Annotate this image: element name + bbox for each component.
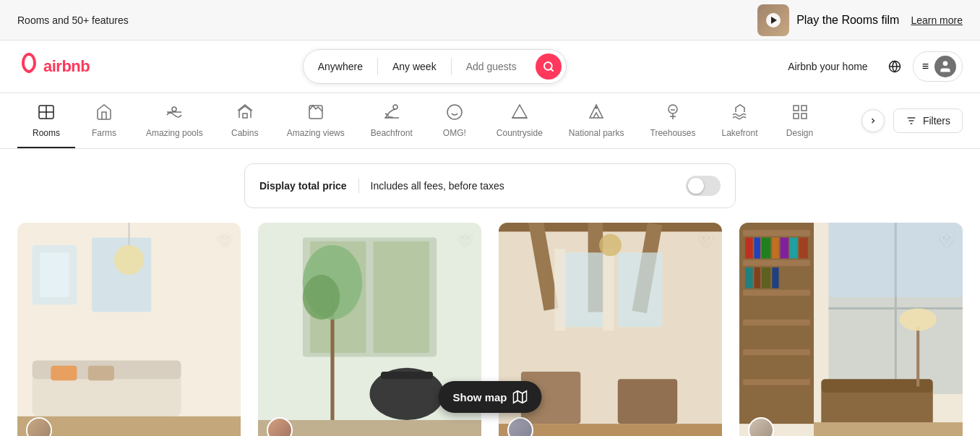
chevron-right-icon: [869, 116, 877, 125]
category-amazing-views[interactable]: Amazing views: [274, 93, 358, 148]
views-label: Amazing views: [287, 128, 345, 138]
omg-icon: [446, 103, 463, 125]
svg-rect-20: [801, 114, 807, 119]
svg-rect-30: [51, 366, 77, 381]
filters-button[interactable]: Filters: [893, 108, 963, 133]
svg-rect-73: [745, 268, 752, 288]
listing-photo-1: [17, 223, 241, 436]
svg-rect-17: [794, 106, 799, 111]
svg-rect-18: [801, 106, 807, 111]
date-search[interactable]: Any week: [378, 50, 451, 83]
countryside-icon: [511, 103, 528, 125]
show-map-button[interactable]: Show map: [438, 381, 541, 413]
nav-next-button[interactable]: [861, 109, 885, 132]
category-amazing-pools[interactable]: Amazing pools: [133, 93, 216, 148]
category-national-parks[interactable]: National parks: [556, 93, 637, 148]
listing-card-1[interactable]: ♡: [17, 223, 241, 436]
svg-point-41: [303, 275, 340, 320]
menu-icon: ≡: [922, 60, 929, 73]
price-toggle-switch[interactable]: [686, 176, 721, 196]
svg-point-57: [599, 234, 622, 256]
category-beachfront[interactable]: Beachfront: [358, 93, 426, 148]
learn-more-link[interactable]: Learn more: [911, 14, 963, 26]
countryside-label: Countryside: [497, 128, 543, 138]
national-parks-label: National parks: [569, 128, 624, 138]
svg-rect-63: [743, 320, 810, 325]
wishlist-button-3[interactable]: ♡: [699, 231, 713, 250]
language-button[interactable]: [882, 54, 907, 79]
play-rooms-button[interactable]: Play the Rooms film: [757, 4, 899, 36]
svg-rect-53: [603, 249, 614, 330]
svg-point-4: [943, 61, 948, 67]
svg-point-15: [669, 105, 677, 114]
svg-rect-71: [790, 238, 797, 259]
category-countryside[interactable]: Countryside: [483, 93, 556, 148]
category-design[interactable]: Design: [771, 93, 829, 148]
category-treehouses[interactable]: Treehouses: [637, 93, 709, 148]
listing-card-4[interactable]: ♡: [739, 223, 963, 436]
play-icon: [766, 13, 781, 27]
guests-search[interactable]: Add guests: [452, 50, 531, 83]
svg-rect-67: [755, 238, 760, 259]
svg-rect-38: [374, 241, 429, 354]
location-search[interactable]: Anywhere: [304, 50, 377, 83]
logo-text: airbnb: [43, 57, 90, 76]
category-cabins[interactable]: Cabins: [216, 93, 274, 148]
svg-point-10: [393, 105, 397, 109]
svg-rect-60: [743, 230, 810, 236]
svg-rect-43: [381, 372, 433, 379]
svg-rect-55: [618, 379, 677, 424]
svg-rect-26: [40, 252, 69, 297]
avatar: [934, 56, 956, 77]
search-button[interactable]: [536, 54, 562, 80]
svg-rect-75: [762, 268, 770, 288]
main-header: airbnb Anywhere Any week Add guests Airb…: [0, 40, 980, 93]
svg-point-33: [114, 245, 144, 275]
price-toggle-desc: Includes all fees, before taxes: [371, 180, 674, 192]
listing-image-1: [17, 223, 241, 436]
svg-rect-70: [781, 238, 788, 259]
omg-label: OMG!: [443, 128, 466, 138]
beachfront-label: Beachfront: [371, 128, 413, 138]
svg-rect-74: [755, 268, 760, 288]
price-toggle-bar: Display total price Includes all fees, b…: [244, 163, 736, 208]
svg-rect-51: [618, 252, 663, 327]
play-rooms-label: Play the Rooms film: [796, 14, 899, 27]
date-placeholder: Any week: [392, 61, 437, 72]
svg-rect-69: [772, 238, 778, 259]
design-icon: [791, 103, 809, 125]
toggle-track: [686, 176, 721, 196]
svg-rect-62: [743, 290, 810, 296]
guests-placeholder: Add guests: [466, 61, 517, 72]
globe-icon: [888, 60, 901, 73]
svg-rect-76: [772, 268, 778, 288]
cabins-label: Cabins: [231, 128, 258, 138]
svg-rect-72: [799, 238, 807, 259]
profile-menu-button[interactable]: ≡: [913, 51, 963, 82]
pools-label: Amazing pools: [146, 128, 203, 138]
svg-rect-65: [743, 379, 810, 385]
location-placeholder: Anywhere: [318, 61, 363, 72]
wishlist-button-4[interactable]: ♡: [940, 231, 954, 250]
farms-icon: [95, 103, 113, 125]
national-parks-icon: [588, 103, 605, 125]
category-omg[interactable]: OMG!: [426, 93, 483, 148]
svg-rect-66: [745, 238, 752, 259]
svg-rect-52: [554, 249, 565, 330]
wishlist-button-1[interactable]: ♡: [218, 231, 232, 250]
search-bar[interactable]: Anywhere Any week Add guests: [303, 49, 567, 84]
show-map-label: Show map: [452, 391, 507, 403]
host-link[interactable]: Airbnb your home: [779, 55, 877, 78]
airbnb-logo-icon: [17, 52, 40, 81]
header-right: Airbnb your home ≡: [779, 51, 963, 82]
search-icon: [543, 61, 554, 72]
svg-marker-87: [513, 391, 526, 403]
pools-icon: [166, 103, 183, 125]
category-farms[interactable]: Farms: [75, 93, 133, 148]
design-label: Design: [786, 128, 813, 138]
category-rooms[interactable]: Rooms: [17, 93, 75, 148]
banner-promo-text: Rooms and 50+ features: [17, 14, 129, 26]
logo[interactable]: airbnb: [17, 52, 90, 81]
wishlist-button-2[interactable]: ♡: [458, 231, 473, 250]
category-lakefront[interactable]: Lakefront: [708, 93, 770, 148]
